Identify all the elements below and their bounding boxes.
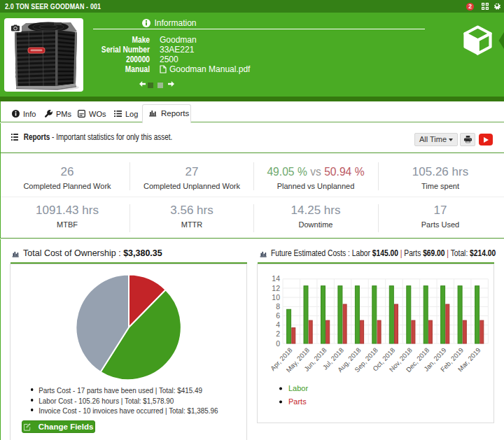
svg-text:Labor: Labor [288, 384, 308, 392]
svg-text:4: 4 [276, 320, 280, 329]
svg-text:6: 6 [276, 311, 280, 320]
svg-text:14: 14 [272, 274, 280, 283]
svg-text:Parts: Parts [288, 397, 307, 406]
svg-text:8: 8 [276, 302, 280, 311]
svg-text:0: 0 [276, 339, 280, 348]
svg-text:12: 12 [272, 284, 280, 292]
svg-text:10: 10 [272, 293, 280, 301]
svg-text:2: 2 [276, 329, 280, 338]
